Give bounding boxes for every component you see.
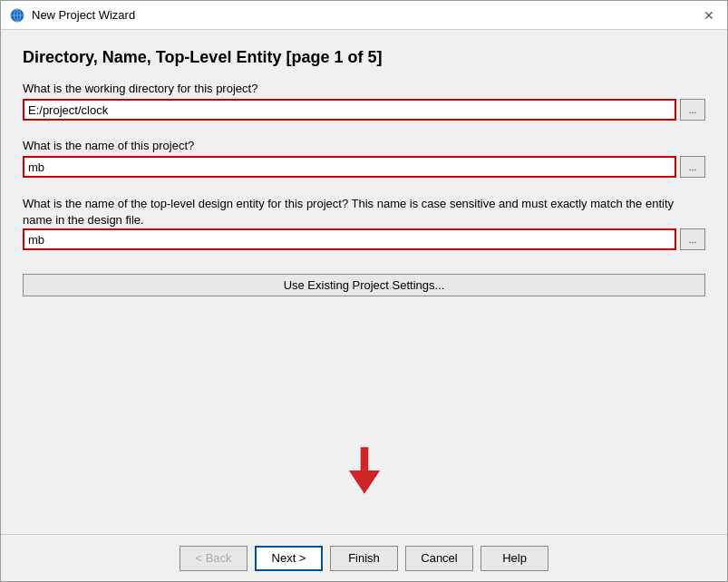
title-bar-left: New Project Wizard <box>10 8 135 23</box>
next-button[interactable]: Next > <box>255 546 323 571</box>
project-name-section: What is the name of this project? ... <box>23 139 705 187</box>
top-level-label: What is the name of the top-level design… <box>23 197 674 227</box>
footer: < Back Next > Finish Cancel Help <box>1 534 727 581</box>
project-name-label: What is the name of this project? <box>23 139 705 152</box>
close-button[interactable]: ✕ <box>700 6 718 24</box>
title-bar: New Project Wizard ✕ <box>1 1 727 30</box>
wizard-window: New Project Wizard ✕ Directory, Name, To… <box>0 0 728 582</box>
project-name-browse-button[interactable]: ... <box>680 156 705 178</box>
working-dir-label: What is the working directory for this p… <box>23 82 705 95</box>
use-existing-button[interactable]: Use Existing Project Settings... <box>23 274 705 296</box>
arrow-area <box>23 296 705 516</box>
window-title: New Project Wizard <box>32 8 135 22</box>
working-dir-section: What is the working directory for this p… <box>23 82 705 130</box>
top-level-section: What is the name of the top-level design… <box>23 196 705 259</box>
project-name-input[interactable] <box>23 156 676 178</box>
main-content: Directory, Name, Top-Level Entity [page … <box>1 30 727 534</box>
back-button[interactable]: < Back <box>180 546 248 571</box>
working-dir-row: ... <box>23 99 705 121</box>
finish-button[interactable]: Finish <box>330 546 398 571</box>
top-level-row: ... <box>23 228 705 250</box>
top-level-browse-button[interactable]: ... <box>680 228 705 250</box>
next-arrow-icon <box>342 443 387 498</box>
cancel-button[interactable]: Cancel <box>405 546 473 571</box>
page-title: Directory, Name, Top-Level Entity [page … <box>23 48 705 67</box>
working-dir-input[interactable] <box>23 99 676 121</box>
wizard-icon <box>10 8 24 23</box>
working-dir-browse-button[interactable]: ... <box>680 99 705 121</box>
project-name-row: ... <box>23 156 705 178</box>
help-button[interactable]: Help <box>480 546 548 571</box>
svg-marker-4 <box>348 447 379 493</box>
top-level-input[interactable] <box>23 228 676 250</box>
